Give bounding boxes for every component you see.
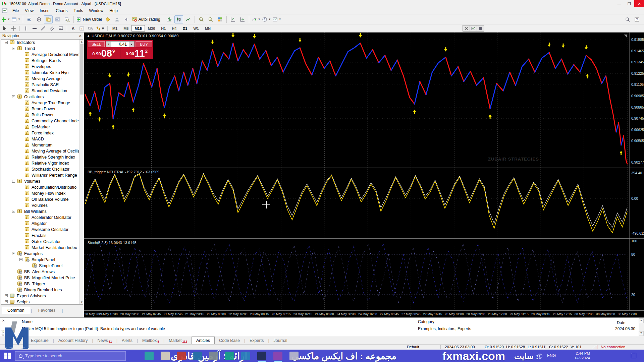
crosshair-icon[interactable]: [9, 25, 17, 32]
shapes-icon[interactable]: [87, 25, 95, 32]
tree-item[interactable]: Binary BreakerLines: [1, 287, 83, 293]
terminal-tab-alerts[interactable]: Alerts: [117, 337, 137, 345]
tree-item[interactable]: BB_Magnified Market Price: [1, 275, 83, 281]
article-row[interactable]: Master MQL5 from beginner to pro (Part I…: [0, 326, 644, 333]
tree-item[interactable]: –Oscillators: [1, 94, 83, 100]
terminal-scrollbar[interactable]: ▲ ▼: [639, 318, 644, 336]
taskbar-app-icon[interactable]: [241, 352, 250, 360]
tree-item[interactable]: Money Flow Index: [1, 190, 83, 196]
menu-help[interactable]: Help: [106, 8, 121, 14]
tree-item[interactable]: Williams' Percent Range: [1, 172, 83, 178]
dropdown-caret-icon[interactable]: ▼: [7, 18, 10, 21]
spread-increase-button[interactable]: ▲: [129, 42, 134, 47]
navigator-scrollbar[interactable]: ▲ ▼: [79, 40, 84, 304]
expert-advisors-icon[interactable]: [113, 15, 121, 23]
chart-shift-icon[interactable]: [238, 15, 247, 23]
taskbar-app-icon[interactable]: [273, 352, 282, 360]
tree-item[interactable]: Accelerator Oscillator: [1, 215, 83, 221]
collapse-icon[interactable]: –: [12, 95, 15, 98]
strategy-tester-icon[interactable]: [63, 15, 71, 23]
help-icon[interactable]: ?: [633, 15, 641, 23]
menu-window[interactable]: Window: [86, 8, 107, 14]
tree-item[interactable]: Parabolic SAR: [1, 82, 83, 88]
spread-value[interactable]: 0.41: [111, 42, 129, 47]
scroll-up-icon[interactable]: ▲: [639, 318, 644, 323]
candle-chart-icon[interactable]: [174, 15, 183, 23]
taskbar-app-icon[interactable]: [161, 352, 170, 360]
sell-button[interactable]: SELL: [88, 41, 105, 47]
terminal-icon[interactable]: [53, 15, 62, 23]
zoom-out-icon[interactable]: [206, 15, 215, 23]
collapse-triangle-icon[interactable]: ▲: [87, 34, 92, 38]
language-indicator[interactable]: ENG: [547, 353, 556, 358]
market-watch-icon[interactable]: [25, 15, 34, 23]
templates-icon[interactable]: ▼: [272, 15, 282, 23]
tile-windows-icon[interactable]: [216, 15, 224, 23]
tree-item[interactable]: –Indicators: [1, 40, 83, 46]
tree-item[interactable]: –Bill Williams: [1, 208, 83, 215]
tree-item[interactable]: Envelopes: [1, 64, 83, 70]
dropdown-caret-icon[interactable]: ▼: [101, 26, 105, 31]
tree-item[interactable]: –Examples: [1, 251, 83, 257]
connection-status[interactable]: No connection: [601, 345, 626, 349]
tree-item[interactable]: Standard Deviation: [1, 88, 83, 94]
tree-item[interactable]: Market Facilitation Index: [1, 245, 83, 251]
windows-start-button[interactable]: [4, 353, 11, 359]
pointer-icon[interactable]: [1, 25, 9, 32]
text-label-icon[interactable]: T: [78, 25, 86, 32]
timeframe-w1[interactable]: W1: [190, 25, 202, 32]
tree-item[interactable]: Stochastic Oscillator: [1, 166, 83, 172]
collapse-icon[interactable]: –: [12, 252, 15, 255]
navigator-tab-common[interactable]: Common: [2, 307, 30, 314]
taskbar-clock[interactable]: 2:44 PM6/3/2024: [563, 351, 590, 360]
tree-item[interactable]: BB_Trigger: [1, 281, 83, 287]
tree-item[interactable]: Bears Power: [1, 106, 83, 112]
chart-small-icon[interactable]: [470, 25, 477, 31]
vertical-line-icon[interactable]: [22, 25, 30, 32]
new-order-icon[interactable]: New Order: [76, 15, 103, 23]
chart-window[interactable]: 0.915850.914650.913450.912250.911050.909…: [84, 33, 644, 317]
terminal-tab-experts[interactable]: Experts: [245, 337, 268, 345]
tree-item[interactable]: Volumes: [1, 202, 83, 208]
buy-price[interactable]: 0.90 11 2: [120, 47, 153, 58]
tree-item[interactable]: Commodity Channel Inde: [1, 118, 83, 124]
scroll-down-icon[interactable]: ▼: [79, 300, 84, 304]
taskbar-app-icon[interactable]: [225, 352, 234, 360]
close-button[interactable]: ✕: [634, 0, 644, 7]
dropdown-caret-icon[interactable]: ▼: [268, 18, 271, 21]
terminal-tab-articles[interactable]: Articles: [192, 337, 215, 345]
buy-button[interactable]: BUY: [136, 41, 152, 47]
taskbar-app-icon[interactable]: [193, 352, 202, 360]
tree-item[interactable]: BB_Alert Arrows: [1, 269, 83, 275]
tree-item[interactable]: DeMarker: [1, 124, 83, 130]
tree-item[interactable]: Bollinger Bands: [1, 58, 83, 64]
chart-end-marker-icon[interactable]: [624, 35, 627, 38]
tree-item[interactable]: Awesome Oscillator: [1, 227, 83, 233]
tree-item[interactable]: Fractals: [1, 233, 83, 239]
horizontal-line-icon[interactable]: [31, 25, 39, 32]
collapse-icon[interactable]: –: [19, 258, 22, 261]
tree-item[interactable]: +Scripts: [1, 299, 83, 305]
menu-insert[interactable]: Insert: [37, 8, 53, 14]
timeframe-m30[interactable]: M30: [145, 25, 158, 32]
timeframe-h4[interactable]: H4: [169, 25, 179, 32]
terminal-tab-news[interactable]: News61: [93, 337, 116, 345]
tree-item[interactable]: Average True Range: [1, 100, 83, 106]
column-category[interactable]: Category: [418, 319, 434, 324]
timeframe-h1[interactable]: H1: [158, 25, 169, 32]
data-window-icon[interactable]: [35, 15, 43, 23]
tree-item[interactable]: On Balance Volume: [1, 196, 83, 202]
sell-price[interactable]: 0.90 08 9: [87, 47, 120, 58]
tree-item[interactable]: Bulls Power: [1, 112, 83, 118]
auto-scroll-icon[interactable]: [229, 15, 237, 23]
timeframe-m1[interactable]: M1: [109, 25, 120, 32]
arrow-objects-icon[interactable]: ▼: [95, 25, 105, 32]
notification-center-icon[interactable]: [631, 353, 636, 358]
terminal-tab-account-history[interactable]: Account History: [54, 337, 92, 345]
tree-item[interactable]: –Trend: [1, 46, 83, 52]
tree-item[interactable]: Gator Oscillator: [1, 239, 83, 245]
autotrading-icon[interactable]: AutoTrading: [131, 15, 161, 23]
new-chart-icon[interactable]: ▼: [1, 15, 10, 23]
menu-file[interactable]: File: [9, 8, 22, 14]
sounds-icon[interactable]: [122, 15, 131, 23]
